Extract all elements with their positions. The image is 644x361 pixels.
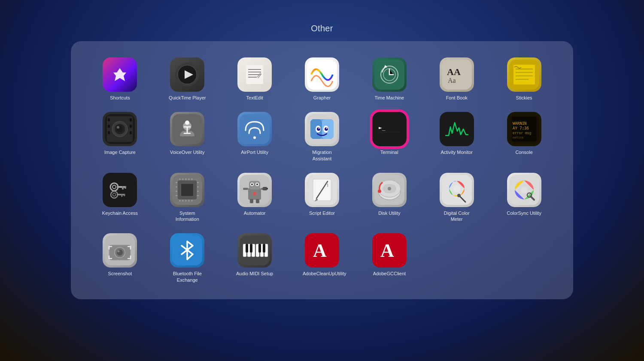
svg-point-117 — [378, 190, 381, 193]
svg-text:AY 7:36: AY 7:36 — [513, 126, 529, 130]
app-label-automator: Automator — [244, 210, 266, 216]
svg-rect-35 — [130, 131, 132, 134]
app-terminal[interactable]: ►_ Terminal — [357, 108, 421, 165]
svg-point-116 — [388, 187, 391, 190]
svg-point-122 — [457, 194, 461, 197]
page-title: Other — [0, 0, 644, 41]
app-label-fontbook: Font Book — [446, 95, 468, 101]
app-airport[interactable]: AirPort Utility — [223, 108, 287, 165]
app-grapher[interactable]: Grapher — [290, 54, 354, 104]
svg-rect-70 — [117, 194, 125, 196]
svg-text:A: A — [380, 240, 394, 261]
app-adobegcc[interactable]: A AdobeGCClient — [357, 230, 421, 286]
svg-rect-104 — [250, 199, 253, 203]
svg-point-50 — [318, 128, 319, 129]
svg-rect-34 — [130, 125, 132, 128]
app-screenshot[interactable]: Screenshot — [88, 230, 152, 286]
svg-text:Aa: Aa — [448, 77, 456, 84]
app-timemachine[interactable]: Time Machine — [357, 54, 421, 104]
app-label-voiceover: VoiceOver Utility — [170, 149, 205, 155]
app-label-migration: Migration Assistant — [303, 149, 341, 162]
app-digitalcolor[interactable]: Digital Color Meter — [425, 169, 489, 226]
svg-point-100 — [256, 184, 258, 185]
apps-grid: Shortcuts QuickTime Player — [88, 54, 556, 286]
app-automator[interactable]: Automator — [223, 169, 287, 226]
app-label-sysinfo: System Information — [168, 210, 207, 223]
app-label-quicktime: QuickTime Player — [169, 95, 206, 101]
svg-rect-107 — [266, 188, 268, 190]
app-quicktime[interactable]: QuickTime Player — [155, 54, 219, 104]
app-stickies[interactable]: Stickies — [492, 54, 556, 104]
svg-point-103 — [253, 192, 256, 196]
app-label-scripteditor: Script Editor — [309, 210, 335, 216]
app-console[interactable]: WARNIN AY 7:36 error msg notice Console — [492, 108, 556, 165]
svg-rect-105 — [256, 199, 259, 203]
app-label-adobeclean: AdobeCleanUpUtility — [303, 271, 341, 277]
svg-text:WARNIN: WARNIN — [513, 121, 527, 126]
app-bluetooth[interactable]: Bluetooth File Exchange — [155, 230, 219, 286]
app-keychain[interactable]: Keychain Access — [88, 169, 152, 226]
svg-point-38 — [185, 120, 189, 125]
app-adobeclean[interactable]: A AdobeCleanUpUtility — [290, 230, 354, 286]
svg-point-131 — [118, 250, 120, 253]
app-label-console: Console — [515, 149, 532, 155]
svg-rect-33 — [130, 118, 132, 121]
app-colorsync[interactable]: ColorSync Utility — [492, 169, 556, 226]
svg-rect-30 — [108, 118, 110, 121]
svg-rect-65 — [117, 186, 125, 188]
app-label-imagecapture: Image Capture — [104, 149, 136, 155]
folder-container: Shortcuts QuickTime Player — [71, 41, 573, 299]
app-voiceover[interactable]: VoiceOver Utility — [155, 108, 219, 165]
svg-point-99 — [251, 184, 253, 185]
app-label-activitymonitor: Activity Monitor — [440, 149, 473, 155]
svg-text:A: A — [313, 240, 327, 261]
app-label-shortcuts: Shortcuts — [110, 95, 130, 101]
app-fontbook[interactable]: AA Aa Font Book — [425, 54, 489, 104]
svg-rect-19 — [513, 65, 535, 84]
app-activitymonitor[interactable]: Activity Monitor — [425, 108, 489, 165]
svg-text:AA: AA — [447, 66, 461, 77]
svg-rect-66 — [122, 186, 124, 190]
svg-point-120 — [453, 185, 460, 192]
app-diskutility[interactable]: Disk Utility — [357, 169, 421, 226]
app-label-adobegcc: AdobeGCClient — [373, 271, 406, 277]
app-label-stickies: Stickies — [516, 95, 532, 101]
svg-point-125 — [521, 187, 528, 193]
svg-point-130 — [117, 250, 123, 256]
svg-rect-141 — [250, 244, 252, 253]
app-label-audiomidi: Audio MIDI Setup — [236, 271, 273, 277]
app-label-timemachine: Time Machine — [375, 95, 404, 101]
svg-point-40 — [253, 136, 256, 139]
app-label-digitalcolor: Digital Color Meter — [437, 210, 476, 223]
app-migration[interactable]: Migration Assistant — [290, 108, 354, 165]
svg-rect-75 — [181, 184, 194, 196]
svg-rect-142 — [258, 244, 261, 253]
svg-text:notice: notice — [513, 136, 523, 139]
app-shortcuts[interactable]: Shortcuts — [88, 54, 152, 104]
svg-rect-72 — [124, 194, 125, 196]
app-label-terminal: Terminal — [380, 149, 398, 155]
app-imagecapture[interactable]: Image Capture — [88, 108, 152, 165]
app-sysinfo[interactable]: System Information — [155, 169, 219, 226]
app-label-diskutility: Disk Utility — [378, 210, 400, 216]
svg-rect-32 — [108, 131, 110, 134]
svg-point-51 — [326, 128, 327, 129]
svg-text:error msg: error msg — [513, 131, 532, 135]
app-label-keychain: Keychain Access — [102, 210, 138, 216]
app-label-textedit: TextEdit — [246, 95, 263, 101]
svg-rect-101 — [243, 188, 248, 190]
app-label-airport: AirPort Utility — [241, 149, 268, 155]
app-label-grapher: Grapher — [313, 95, 331, 101]
svg-rect-67 — [125, 186, 126, 189]
svg-text:►_: ►_ — [379, 124, 386, 131]
app-label-bluetooth: Bluetooth File Exchange — [168, 271, 207, 283]
app-scripteditor[interactable]: Script Editor — [290, 169, 354, 226]
svg-rect-39 — [240, 114, 270, 144]
app-label-screenshot: Screenshot — [108, 271, 132, 277]
app-audiomidi[interactable]: Audio MIDI Setup — [223, 230, 287, 286]
app-textedit[interactable]: TextEdit — [223, 54, 287, 104]
svg-rect-140 — [246, 244, 248, 253]
svg-rect-62 — [105, 175, 135, 205]
app-label-colorsync: ColorSync Utility — [507, 210, 541, 216]
svg-rect-71 — [121, 194, 123, 197]
